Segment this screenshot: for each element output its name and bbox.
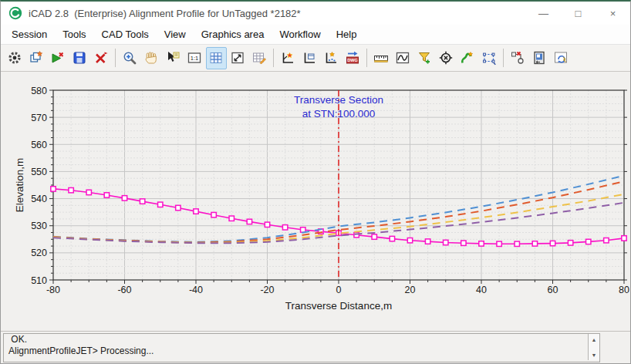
minimize-button[interactable]: — [526,2,561,25]
polygon-nodes-button[interactable] [479,47,500,69]
x-tick-label: -40 [189,285,203,295]
ground-marker [176,205,181,210]
console-window-button[interactable] [529,47,550,69]
plot-new-icon [280,50,295,66]
link-nodes-button[interactable] [508,47,528,69]
fit-extent-button[interactable] [228,47,248,69]
status-bar: OK. AlignmentProfileJET> Processing... ▲… [1,331,630,363]
ground-marker [497,241,501,246]
ground-marker [444,240,448,244]
command-log: OK. AlignmentProfileJET> Processing... ▲… [3,333,600,362]
toolbar-separator [366,49,367,67]
y-tick-label: 580 [31,86,47,96]
snap-target-icon [438,50,454,66]
svg-text:DWG: DWG [347,58,358,62]
refresh-plot-button[interactable] [551,47,572,69]
ground-marker [532,241,537,246]
menu-item-cad-tools[interactable]: CAD Tools [94,29,157,40]
toolbar: 1:1DWG [1,45,630,72]
chart-title-line1: Transverse Section [294,93,383,107]
smooth-curve-icon [460,50,475,66]
x-tick-label: -20 [260,285,274,295]
plot-points-button[interactable] [321,47,342,69]
annotate-pointer-icon [165,50,181,66]
window-title: iCAD 2.8 (Enterprise) Alignment Profile … [29,8,301,19]
ground-marker [372,234,376,239]
ground-marker [194,209,198,214]
measure-button[interactable] [371,47,392,69]
ground-marker [122,196,127,201]
snap-target-button[interactable] [436,47,457,69]
link-nodes-icon [510,50,525,66]
ground-marker [247,219,251,224]
menu-item-tools[interactable]: Tools [55,29,93,40]
plot-dialog-icon [302,50,317,66]
app-logo-icon [8,6,22,20]
plot-new-button[interactable] [278,47,299,69]
ground-marker [282,225,287,230]
x-tick-label: 0 [336,285,342,295]
settings-gear-icon [7,50,22,66]
filter-add-icon [417,50,432,66]
dwg-export-button[interactable]: DWG [342,47,363,69]
toolbar-separator [503,49,504,67]
settings-gear-button[interactable] [5,47,25,69]
delete-button[interactable] [91,47,112,69]
run-icon [50,50,66,66]
scale-1-1-button[interactable]: 1:1 [184,47,205,69]
ground-marker [622,236,626,241]
ground-marker [568,241,572,245]
menu-item-view[interactable]: View [157,29,194,40]
smooth-curve-button[interactable] [457,47,478,69]
ground-marker [479,241,484,246]
close-button[interactable]: × [596,2,630,25]
annotate-pointer-button[interactable] [163,47,184,69]
y-axis-title: Elevation,m [14,158,25,213]
save-button[interactable] [69,47,90,69]
copy-view-button[interactable] [26,47,47,69]
menu-item-graphics-area[interactable]: Graphics area [194,29,272,40]
maximize-button[interactable]: □ [561,2,596,25]
ground-marker [407,238,412,242]
menu-item-session[interactable]: Session [4,29,55,40]
ground-marker [211,212,216,217]
measure-icon [373,50,389,66]
copy-view-icon [29,50,44,66]
edit-table-icon [251,50,267,66]
y-tick-label: 550 [31,167,47,177]
curve-window-button[interactable] [393,47,413,69]
chart-region: -80-60-40-200204060805105205305405505605… [1,72,631,333]
ground-marker [461,241,466,245]
run-button[interactable] [48,47,69,69]
x-tick-label: 20 [405,285,416,295]
scroll-up-icon[interactable]: ▲ [589,334,599,345]
refresh-plot-icon [553,50,569,66]
log-scrollbar[interactable]: ▲ ▼ [588,334,599,360]
ground-marker [104,193,109,197]
scroll-down-icon[interactable]: ▼ [589,349,599,360]
curve-window-icon [395,50,410,66]
plot-dialog-button[interactable] [299,47,320,69]
zoom-in-button[interactable] [120,47,140,69]
ground-marker [140,199,144,204]
status-line: OK. [4,334,599,345]
grid-view-button[interactable] [206,47,227,69]
x-tick-label: 40 [476,285,487,295]
pan-hand-button[interactable] [141,47,162,69]
pan-hand-icon [143,50,159,66]
ground-marker [604,238,609,242]
x-tick-label: 80 [619,285,629,295]
menu-item-help[interactable]: Help [329,29,365,40]
fit-extent-icon [230,50,245,66]
ground-marker [586,239,591,244]
plot-points-icon [323,50,339,66]
chart-title-line2: at STN:100.000 [294,107,383,121]
menu-item-workflow[interactable]: Workflow [272,29,328,40]
ground-marker [158,202,163,207]
edit-table-button[interactable] [249,47,270,69]
ground-marker [51,187,56,191]
filter-add-button[interactable] [414,47,435,69]
status-line: AlignmentProfileJET> Processing... [4,345,599,357]
x-tick-label: -60 [117,285,131,295]
ground-marker [69,187,73,192]
